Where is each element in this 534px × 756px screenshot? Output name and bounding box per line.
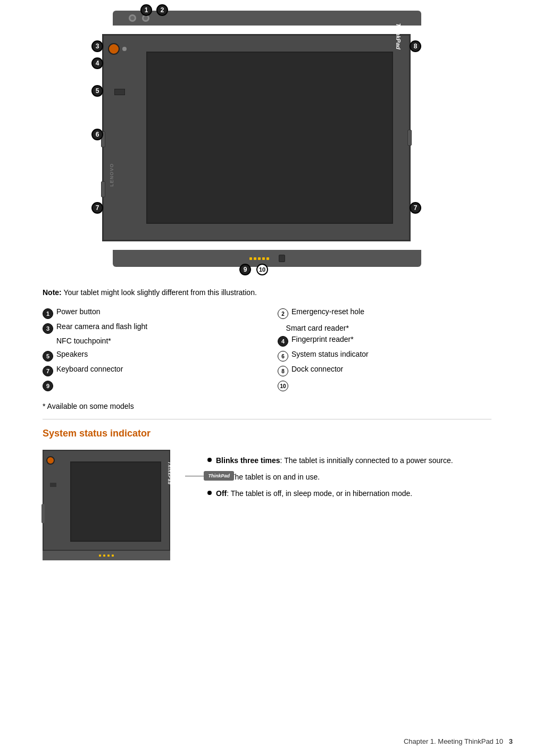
- mini-dock-4: [112, 555, 114, 557]
- mini-bottom-bar: [43, 551, 170, 560]
- tablet-wrapper: 1 2 3 4 5 6 7: [81, 11, 453, 267]
- tablet-body: ThinkPad LENOVO: [102, 34, 411, 241]
- legend-badge-2: 2: [278, 308, 288, 319]
- badge-2: 2: [156, 4, 168, 16]
- dock-pin-5: [266, 257, 269, 260]
- legend-text-5: Speakers: [56, 350, 256, 358]
- note-section: Note: Your tablet might look slightly di…: [43, 288, 491, 297]
- dock-pin-4: [262, 257, 265, 260]
- legend-text-6: System status indicator: [291, 350, 491, 358]
- status-bullets: Blinks three times: The tablet is inniti…: [207, 450, 491, 505]
- legend-item-7: 7 Keyboard connector: [43, 365, 256, 376]
- flash-light: [122, 47, 127, 51]
- note-label: Note:: [43, 288, 62, 297]
- page: 1 2 3 4 5 6 7: [0, 0, 534, 756]
- badge-1: 1: [140, 4, 152, 16]
- badge-9: 9: [239, 264, 251, 275]
- legend-item-8: 8 Dock connector: [278, 365, 491, 376]
- legend-item-9: 9: [43, 380, 256, 391]
- mini-dock-1: [99, 555, 101, 557]
- power-side-button: [101, 181, 105, 197]
- legend-item-4: 4 Fingerprint reader*: [278, 335, 491, 347]
- dock-pin-3: [258, 257, 261, 260]
- thinkpad-callout-label: ThinkPad: [204, 471, 234, 481]
- legend-indent-smartcard: Smart card reader*: [278, 322, 491, 334]
- legend-text-8: Dock connector: [291, 365, 491, 373]
- footer-text: Chapter 1. Meeting ThinkPad 10: [404, 737, 503, 745]
- status-bullet-3: Off: The tablet is off, in sleep mode, o…: [207, 488, 491, 499]
- mini-camera: [46, 456, 55, 465]
- legend-item-5: 5 Speakers: [43, 350, 256, 362]
- tablet-screen: [146, 52, 393, 224]
- available-note: * Available on some models: [43, 402, 491, 410]
- legend-badge-10: 10: [278, 381, 288, 391]
- legend-grid: 1 Power button 3 Rear camera and flash l…: [43, 307, 491, 393]
- bullet-dot-3: [207, 491, 212, 495]
- legend-text-3: Rear camera and flash light: [56, 322, 256, 331]
- status-bullet-1: Blinks three times: The tablet is inniti…: [207, 455, 491, 466]
- legend-badge-3: 3: [43, 323, 53, 334]
- legend-item-1: 1 Power button: [43, 307, 256, 319]
- badge-7-left: 7: [91, 202, 103, 214]
- system-status-section: System status indicator ThinkPad: [43, 428, 491, 567]
- bottom-bar: [113, 250, 421, 267]
- bottom-port: [279, 255, 285, 262]
- legend-col-right: 2 Emergency-reset hole Smart card reader…: [278, 307, 491, 393]
- note-text: Your tablet might look slightly differen…: [63, 288, 256, 297]
- badge-7-right: 7: [410, 202, 421, 214]
- mini-speaker: [50, 483, 56, 487]
- right-connector: [407, 130, 412, 146]
- badge-8: 8: [410, 40, 421, 52]
- page-footer: Chapter 1. Meeting ThinkPad 10 3: [404, 737, 513, 745]
- legend-item-10: 10: [278, 380, 491, 391]
- badge-10: 10: [256, 264, 268, 275]
- mini-dock-2: [103, 555, 105, 557]
- legend-item-3: 3 Rear camera and flash light: [43, 322, 256, 334]
- camera-area: [108, 43, 127, 55]
- legend-badge-5: 5: [43, 351, 53, 362]
- mini-tablet-screen: [70, 461, 161, 542]
- status-content: ThinkPad ThinkPad: [43, 450, 491, 567]
- bullet-dot-1: [207, 458, 212, 462]
- legend-badge-9: 9: [43, 381, 53, 391]
- dock-pins: [249, 257, 269, 260]
- bullet-text-3: Off: The tablet is off, in sleep mode, o…: [216, 488, 412, 499]
- status-bullet-2: On: The tablet is on and in use.: [207, 472, 491, 483]
- mini-power-btn: [41, 513, 45, 523]
- mini-tablet-body: ThinkPad: [43, 450, 170, 551]
- legend-badge-1: 1: [43, 308, 53, 319]
- bullet-text-1: Blinks three times: The tablet is inniti…: [216, 455, 453, 466]
- legend-item-2: 2 Emergency-reset hole: [278, 307, 491, 319]
- top-circle-1: [129, 14, 136, 22]
- badge-3: 3: [91, 40, 103, 52]
- lenovo-text: LENOVO: [109, 163, 114, 187]
- callout-line: [185, 476, 204, 476]
- badge-5: 5: [91, 85, 103, 97]
- diagram-section: 1 2 3 4 5 6 7: [21, 11, 513, 267]
- dock-pin-2: [254, 257, 256, 260]
- camera-lens: [108, 43, 120, 55]
- badge-6: 6: [91, 129, 103, 140]
- legend-badge-7: 7: [43, 366, 53, 376]
- thinkpad-logo-text: ThinkPad: [395, 23, 402, 49]
- legend-badge-4: 4: [278, 336, 288, 347]
- legend-badge-8: 8: [278, 366, 288, 376]
- legend-col-left: 1 Power button 3 Rear camera and flash l…: [43, 307, 256, 393]
- speaker-slot: [114, 89, 125, 95]
- divider: [43, 419, 491, 419]
- legend-text-7: Keyboard connector: [56, 365, 256, 373]
- mini-thinkpad-area: ThinkPad: [167, 461, 172, 485]
- legend-text-2: Emergency-reset hole: [291, 307, 491, 316]
- mini-tablet-image: ThinkPad ThinkPad: [43, 450, 191, 567]
- legend-badge-6: 6: [278, 351, 288, 362]
- thinkpad-callout: ThinkPad: [185, 471, 234, 481]
- dock-pin-1: [249, 257, 252, 260]
- mini-thinkpad-label: ThinkPad: [167, 461, 172, 485]
- legend-item-6: 6 System status indicator: [278, 350, 491, 362]
- page-number: 3: [509, 737, 513, 745]
- legend-indent-nfc: NFC touchpoint*: [43, 335, 256, 347]
- system-status-title: System status indicator: [43, 428, 491, 439]
- legend-text-1: Power button: [56, 307, 256, 316]
- mini-dock-3: [107, 555, 110, 557]
- badge-4: 4: [91, 57, 103, 69]
